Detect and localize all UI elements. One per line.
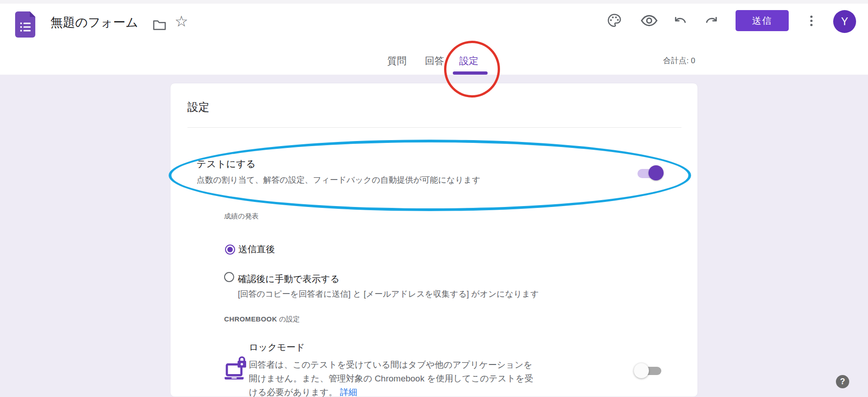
tab-responses[interactable]: 回答 xyxy=(425,54,444,67)
chromebook-settings-label: CHROMEBOOK の設定 xyxy=(224,315,300,324)
locked-mode-desc-line3: ける必要があります。 xyxy=(249,387,337,397)
locked-mode-title: ロックモード xyxy=(249,341,305,353)
details-link[interactable]: 詳細 xyxy=(340,387,357,397)
radio-manual-review-label[interactable]: 確認後に手動で表示する xyxy=(238,273,340,285)
more-options-kebab-icon[interactable] xyxy=(808,14,815,32)
tab-questions[interactable]: 質問 xyxy=(387,54,407,67)
help-icon[interactable]: ? xyxy=(836,375,849,388)
locked-mode-desc-line2: 開けません。また、管理対象の Chromebook を使用してこのテストを受 xyxy=(249,374,533,383)
make-quiz-description: 点数の割り当て、解答の設定、フィードバックの自動提供が可能になります xyxy=(197,174,480,185)
quiz-toggle-thumb[interactable] xyxy=(648,165,664,180)
tab-settings[interactable]: 設定 xyxy=(459,54,478,67)
radio-manual-review[interactable] xyxy=(224,272,234,282)
active-tab-indicator xyxy=(453,71,488,75)
star-icon[interactable]: ☆ xyxy=(175,14,188,29)
preview-eye-icon[interactable] xyxy=(641,15,658,28)
radio-manual-review-description: [回答のコピーを回答者に送信] と [メールアドレスを収集する] がオンになりま… xyxy=(238,288,539,299)
top-strip xyxy=(0,0,868,4)
radio-immediately[interactable] xyxy=(225,245,235,255)
settings-card: 設定 テストにする 点数の割り当て、解答の設定、フィードバックの自動提供が可能に… xyxy=(170,83,698,397)
laptop-lock-icon xyxy=(225,356,247,385)
locked-mode-description: 回答者は、このテストを受けている間はタブや他のアプリケーションを 開けません。ま… xyxy=(249,358,533,397)
total-points-label: 合計点: 0 xyxy=(663,55,695,66)
locked-mode-desc-line1: 回答者は、このテストを受けている間はタブや他のアプリケーションを xyxy=(249,360,533,370)
locked-mode-toggle-thumb[interactable] xyxy=(634,363,649,378)
undo-icon[interactable] xyxy=(672,14,687,31)
radio-immediately-label[interactable]: 送信直後 xyxy=(238,243,275,256)
send-button[interactable]: 送信 xyxy=(736,10,789,31)
theme-palette-icon[interactable] xyxy=(607,13,622,30)
redo-icon[interactable] xyxy=(705,14,720,31)
google-forms-logo-icon[interactable] xyxy=(15,11,35,39)
release-grades-label: 成績の発表 xyxy=(224,212,258,221)
chromebook-settings-label-rest: の設定 xyxy=(277,315,300,323)
divider xyxy=(187,127,681,128)
chromebook-settings-label-strong: CHROMEBOOK xyxy=(224,315,277,323)
make-quiz-title: テストにする xyxy=(197,158,256,170)
account-avatar[interactable]: Y xyxy=(833,10,856,33)
form-title[interactable]: 無題のフォーム xyxy=(50,14,138,31)
move-folder-icon[interactable] xyxy=(153,19,166,33)
settings-heading: 設定 xyxy=(187,100,209,114)
